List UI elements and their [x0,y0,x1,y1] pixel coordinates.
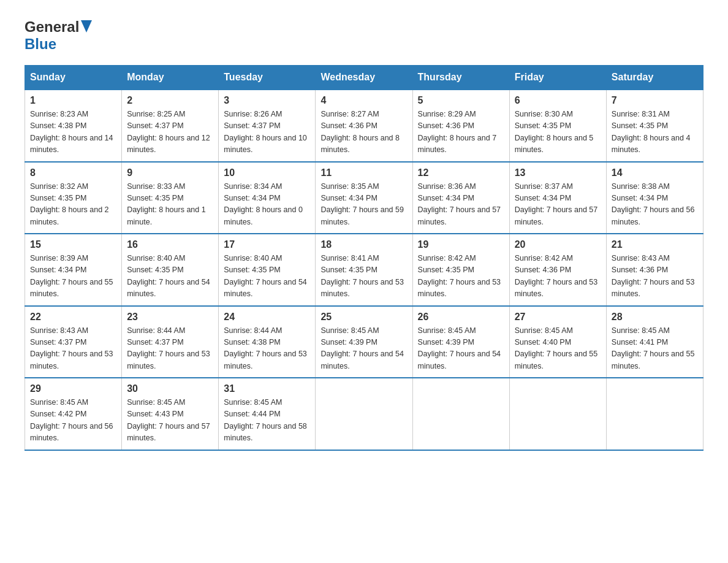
day-number: 21 [612,239,698,250]
calendar-table: SundayMondayTuesdayWednesdayThursdayFrid… [25,65,703,451]
weekday-header-friday: Friday [509,66,606,90]
calendar-cell: 7Sunrise: 8:31 AMSunset: 4:35 PMDaylight… [606,90,703,162]
day-number: 28 [612,312,698,323]
day-info: Sunrise: 8:30 AMSunset: 4:35 PMDaylight:… [515,110,594,154]
calendar-cell: 9Sunrise: 8:33 AMSunset: 4:35 PMDaylight… [122,162,219,234]
day-info: Sunrise: 8:31 AMSunset: 4:35 PMDaylight:… [612,110,691,154]
svg-marker-0 [81,20,92,33]
calendar-cell: 5Sunrise: 8:29 AMSunset: 4:36 PMDaylight… [412,90,509,162]
day-number: 17 [224,239,310,250]
logo-general: General [25,18,79,36]
calendar-cell: 1Sunrise: 8:23 AMSunset: 4:38 PMDaylight… [25,90,122,162]
calendar-cell [606,378,703,450]
calendar-cell: 10Sunrise: 8:34 AMSunset: 4:34 PMDayligh… [219,162,316,234]
calendar-cell: 27Sunrise: 8:45 AMSunset: 4:40 PMDayligh… [509,306,606,378]
calendar-cell: 17Sunrise: 8:40 AMSunset: 4:35 PMDayligh… [219,234,316,306]
calendar-cell: 22Sunrise: 8:43 AMSunset: 4:37 PMDayligh… [25,306,122,378]
day-info: Sunrise: 8:35 AMSunset: 4:34 PMDaylight:… [320,182,404,226]
logo-arrow-icon [81,20,92,35]
calendar-cell: 15Sunrise: 8:39 AMSunset: 4:34 PMDayligh… [25,234,122,306]
weekday-header-thursday: Thursday [412,66,509,90]
day-info: Sunrise: 8:40 AMSunset: 4:35 PMDaylight:… [224,254,307,298]
day-number: 20 [515,239,601,250]
calendar-cell: 30Sunrise: 8:45 AMSunset: 4:43 PMDayligh… [122,378,219,450]
calendar-week-1: 1Sunrise: 8:23 AMSunset: 4:38 PMDaylight… [25,90,703,162]
day-info: Sunrise: 8:45 AMSunset: 4:44 PMDaylight:… [224,398,307,442]
day-info: Sunrise: 8:37 AMSunset: 4:34 PMDaylight:… [515,182,598,226]
day-info: Sunrise: 8:27 AMSunset: 4:36 PMDaylight:… [320,110,400,154]
day-number: 10 [224,167,310,178]
calendar-week-4: 22Sunrise: 8:43 AMSunset: 4:37 PMDayligh… [25,306,703,378]
calendar-cell: 31Sunrise: 8:45 AMSunset: 4:44 PMDayligh… [219,378,316,450]
day-number: 1 [30,95,116,106]
logo: General Blue [25,18,92,53]
day-number: 14 [612,167,698,178]
day-info: Sunrise: 8:33 AMSunset: 4:35 PMDaylight:… [127,182,206,226]
page-header: General Blue [25,18,703,53]
day-number: 27 [515,312,601,323]
day-number: 16 [127,239,213,250]
day-info: Sunrise: 8:41 AMSunset: 4:35 PMDaylight:… [320,254,404,298]
day-info: Sunrise: 8:42 AMSunset: 4:36 PMDaylight:… [515,254,598,298]
weekday-header-saturday: Saturday [606,66,703,90]
calendar-cell: 3Sunrise: 8:26 AMSunset: 4:37 PMDaylight… [219,90,316,162]
day-info: Sunrise: 8:45 AMSunset: 4:41 PMDaylight:… [612,326,695,370]
day-info: Sunrise: 8:45 AMSunset: 4:39 PMDaylight:… [418,326,501,370]
calendar-cell: 16Sunrise: 8:40 AMSunset: 4:35 PMDayligh… [122,234,219,306]
calendar-cell: 11Sunrise: 8:35 AMSunset: 4:34 PMDayligh… [316,162,412,234]
day-number: 29 [30,383,116,394]
logo-blue: Blue [25,36,56,52]
calendar-cell [412,378,509,450]
day-number: 11 [320,167,407,178]
day-info: Sunrise: 8:26 AMSunset: 4:37 PMDaylight:… [224,110,307,154]
calendar-body: 1Sunrise: 8:23 AMSunset: 4:38 PMDaylight… [25,90,703,450]
day-info: Sunrise: 8:25 AMSunset: 4:37 PMDaylight:… [127,110,210,154]
day-number: 4 [320,95,407,106]
day-number: 24 [224,312,310,323]
header-row: SundayMondayTuesdayWednesdayThursdayFrid… [25,66,703,90]
calendar-cell: 24Sunrise: 8:44 AMSunset: 4:38 PMDayligh… [219,306,316,378]
weekday-header-tuesday: Tuesday [219,66,316,90]
day-number: 19 [418,239,504,250]
calendar-cell: 2Sunrise: 8:25 AMSunset: 4:37 PMDaylight… [122,90,219,162]
calendar-week-5: 29Sunrise: 8:45 AMSunset: 4:42 PMDayligh… [25,378,703,450]
day-number: 23 [127,312,213,323]
day-info: Sunrise: 8:43 AMSunset: 4:36 PMDaylight:… [612,254,695,298]
day-number: 12 [418,167,504,178]
day-number: 9 [127,167,213,178]
day-info: Sunrise: 8:43 AMSunset: 4:37 PMDaylight:… [30,326,113,370]
day-info: Sunrise: 8:44 AMSunset: 4:38 PMDaylight:… [224,326,307,370]
day-info: Sunrise: 8:45 AMSunset: 4:42 PMDaylight:… [30,398,113,442]
calendar-cell: 25Sunrise: 8:45 AMSunset: 4:39 PMDayligh… [316,306,412,378]
calendar-cell: 18Sunrise: 8:41 AMSunset: 4:35 PMDayligh… [316,234,412,306]
day-number: 13 [515,167,601,178]
calendar-cell: 28Sunrise: 8:45 AMSunset: 4:41 PMDayligh… [606,306,703,378]
day-number: 18 [320,239,407,250]
day-info: Sunrise: 8:36 AMSunset: 4:34 PMDaylight:… [418,182,501,226]
day-info: Sunrise: 8:45 AMSunset: 4:40 PMDaylight:… [515,326,598,370]
calendar-cell: 8Sunrise: 8:32 AMSunset: 4:35 PMDaylight… [25,162,122,234]
day-number: 22 [30,312,116,323]
day-info: Sunrise: 8:44 AMSunset: 4:37 PMDaylight:… [127,326,210,370]
day-info: Sunrise: 8:32 AMSunset: 4:35 PMDaylight:… [30,182,109,226]
day-number: 15 [30,239,116,250]
weekday-header-monday: Monday [122,66,219,90]
day-number: 5 [418,95,504,106]
day-info: Sunrise: 8:42 AMSunset: 4:35 PMDaylight:… [418,254,501,298]
day-info: Sunrise: 8:29 AMSunset: 4:36 PMDaylight:… [418,110,497,154]
calendar-cell: 26Sunrise: 8:45 AMSunset: 4:39 PMDayligh… [412,306,509,378]
day-number: 7 [612,95,698,106]
day-number: 25 [320,312,407,323]
calendar-cell: 4Sunrise: 8:27 AMSunset: 4:36 PMDaylight… [316,90,412,162]
calendar-cell: 29Sunrise: 8:45 AMSunset: 4:42 PMDayligh… [25,378,122,450]
day-number: 2 [127,95,213,106]
day-info: Sunrise: 8:23 AMSunset: 4:38 PMDaylight:… [30,110,113,154]
day-number: 3 [224,95,310,106]
calendar-cell: 23Sunrise: 8:44 AMSunset: 4:37 PMDayligh… [122,306,219,378]
calendar-cell: 21Sunrise: 8:43 AMSunset: 4:36 PMDayligh… [606,234,703,306]
day-info: Sunrise: 8:40 AMSunset: 4:35 PMDaylight:… [127,254,210,298]
calendar-cell: 6Sunrise: 8:30 AMSunset: 4:35 PMDaylight… [509,90,606,162]
calendar-cell [316,378,412,450]
calendar-cell: 12Sunrise: 8:36 AMSunset: 4:34 PMDayligh… [412,162,509,234]
weekday-header-sunday: Sunday [25,66,122,90]
